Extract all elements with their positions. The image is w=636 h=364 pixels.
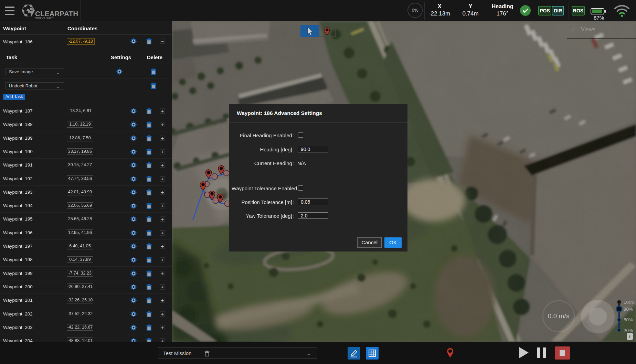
svg-text:80%: 80% bbox=[624, 307, 633, 312]
svg-text:100%: 100% bbox=[624, 300, 636, 305]
svg-text:20%: 20% bbox=[624, 328, 633, 333]
svg-text:50%: 50% bbox=[624, 317, 633, 322]
